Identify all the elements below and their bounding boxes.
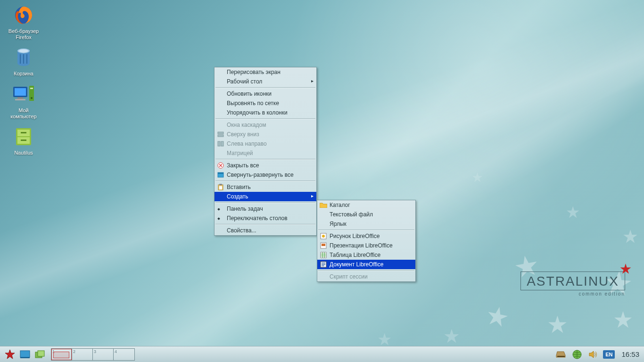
workspace-pager[interactable]: 1 2 3 4 xyxy=(51,348,135,361)
menu-item-label: Презентация LibreOffice xyxy=(330,242,393,249)
workspace-number: 4 xyxy=(115,349,117,354)
svg-point-29 xyxy=(322,235,325,238)
star-decor: ★ xyxy=(622,226,638,247)
menu-item-desktop[interactable]: Рабочий стол▸ xyxy=(215,77,316,86)
workspace-4[interactable]: 4 xyxy=(114,349,134,360)
svg-rect-9 xyxy=(15,99,25,100)
menu-item-label: Создать xyxy=(227,193,248,200)
star-decor: ★ xyxy=(471,170,483,185)
menu-item-refresh-icons[interactable]: Обновить иконки xyxy=(215,89,316,99)
svg-rect-19 xyxy=(218,135,223,137)
menu-item-matrix: Матрицей xyxy=(215,148,316,158)
desktop-icon-label: Веб-браузер Firefox xyxy=(4,28,43,41)
show-desktop-button[interactable] xyxy=(19,348,31,361)
desktop-icon-nautilus[interactable]: Nautilus xyxy=(4,125,43,156)
context-submenu-create[interactable]: Каталог Текстовый файл Ярлык Рисунок Lib… xyxy=(317,200,416,282)
workspace-2[interactable]: 2 xyxy=(72,349,93,360)
keyboard-layout-indicator[interactable]: EN xyxy=(603,350,615,359)
submenu-item-shortcut[interactable]: Ярлык xyxy=(317,219,415,229)
tray-volume-button[interactable] xyxy=(587,348,599,361)
menu-item-label: Переключатель столов xyxy=(227,215,288,222)
menu-item-label: Текстовый файл xyxy=(330,211,373,218)
document-draw-icon xyxy=(319,232,328,240)
tile-horizontal-icon xyxy=(216,140,225,148)
menu-item-taskbar-toggle[interactable]: Панель задач xyxy=(215,204,316,214)
firefox-icon xyxy=(12,4,35,26)
svg-rect-27 xyxy=(219,186,222,189)
menu-separator xyxy=(215,181,315,181)
menu-item-minmax-all[interactable]: Свернуть-развернуть все xyxy=(215,170,316,180)
clock[interactable]: 16:53 xyxy=(621,350,639,358)
svg-rect-2 xyxy=(20,54,21,64)
menu-separator xyxy=(215,87,315,88)
menu-item-label: Закрыть все xyxy=(227,162,259,169)
submenu-arrow-icon: ▸ xyxy=(311,79,314,83)
submenu-item-folder[interactable]: Каталог xyxy=(317,200,415,210)
menu-item-label: Рисунок LibreOffice xyxy=(330,233,380,239)
submenu-arrow-icon: ▸ xyxy=(311,194,314,198)
svg-rect-39 xyxy=(557,356,565,357)
menu-item-create[interactable]: Создать▸ xyxy=(215,192,316,201)
tray-network-button[interactable] xyxy=(571,348,583,361)
star-logo-icon xyxy=(4,349,16,360)
close-icon xyxy=(216,162,225,169)
workspace-3[interactable]: 3 xyxy=(93,349,114,360)
desktop-icon-trash[interactable]: Корзина xyxy=(4,46,43,77)
menu-item-label: Обновить иконки xyxy=(227,90,272,97)
menu-separator xyxy=(318,270,414,271)
svg-rect-4 xyxy=(26,54,27,64)
svg-rect-7 xyxy=(15,88,26,96)
trash-icon xyxy=(12,46,35,69)
menu-item-label: Окна каскадом xyxy=(227,122,266,128)
menu-separator xyxy=(215,118,315,119)
brand-name: ASTRALINUX xyxy=(520,272,625,290)
svg-rect-17 xyxy=(21,140,26,141)
menu-item-arrange-columns[interactable]: Упорядочить в колонки xyxy=(215,108,316,117)
svg-rect-16 xyxy=(21,132,26,133)
submenu-item-lo-impress[interactable]: Презентация LibreOffice xyxy=(317,241,415,250)
document-presentation-icon xyxy=(319,242,328,249)
tray-disk-button[interactable] xyxy=(555,348,567,361)
desktop-icon-firefox[interactable]: Веб-браузер Firefox xyxy=(4,4,43,41)
menu-item-paste[interactable]: Вставить xyxy=(215,182,316,192)
context-menu[interactable]: Перерисовать экран Рабочий стол▸ Обновит… xyxy=(214,67,317,236)
submenu-item-lo-writer[interactable]: Документ LibreOffice xyxy=(317,260,415,269)
menu-item-desktop-switcher-toggle[interactable]: Переключатель столов xyxy=(215,214,316,223)
svg-marker-34 xyxy=(5,350,15,359)
svg-rect-20 xyxy=(218,141,220,146)
svg-rect-24 xyxy=(218,173,223,174)
taskbar[interactable]: 1 2 3 4 EN 16:53 xyxy=(0,346,644,362)
svg-rect-8 xyxy=(17,97,23,99)
document-spreadsheet-icon xyxy=(319,251,328,259)
menu-item-label: Вставить xyxy=(227,184,251,190)
submenu-item-lo-draw[interactable]: Рисунок LibreOffice xyxy=(317,231,415,241)
disk-icon xyxy=(556,350,566,359)
workspace-number: 2 xyxy=(73,349,75,354)
menu-item-label: Таблица LibreOffice xyxy=(330,252,380,258)
menu-item-close-all[interactable]: Закрыть все xyxy=(215,161,316,170)
start-menu-button[interactable] xyxy=(4,348,16,361)
workspace-number: 3 xyxy=(94,349,96,354)
menu-item-properties[interactable]: Свойства... xyxy=(215,226,316,235)
folder-icon xyxy=(319,201,328,209)
desktop[interactable]: ★ ★ ★ ★ ★ ★ ★ ★ ★ ★ Веб-браузер Firefox … xyxy=(0,0,644,346)
desktop-icon-my-computer[interactable]: Мой компьютер xyxy=(4,83,43,120)
svg-rect-18 xyxy=(218,132,223,134)
desktop-icon-label: Корзина xyxy=(4,71,43,77)
menu-item-redraw[interactable]: Перерисовать экран xyxy=(215,67,316,77)
menu-item-label: Выровнять по сетке xyxy=(227,100,279,107)
menu-item-top-bottom: Сверху вниз xyxy=(215,130,316,139)
system-tray: EN 16:53 xyxy=(555,348,644,361)
window-list-button[interactable] xyxy=(34,348,46,361)
menu-item-align-grid[interactable]: Выровнять по сетке xyxy=(215,99,316,108)
submenu-item-lo-calc[interactable]: Таблица LibreOffice xyxy=(317,250,415,260)
menu-separator xyxy=(318,230,414,230)
star-decor: ★ xyxy=(613,306,633,333)
tile-vertical-icon xyxy=(216,131,225,138)
workspace-1[interactable]: 1 xyxy=(51,349,72,360)
document-text-icon xyxy=(319,261,328,268)
submenu-item-text-file[interactable]: Текстовый файл xyxy=(317,210,415,219)
menu-item-label: Упорядочить в колонки xyxy=(227,109,288,116)
star-decor: ★ xyxy=(377,330,392,346)
menu-item-label: Матрицей xyxy=(227,150,253,156)
